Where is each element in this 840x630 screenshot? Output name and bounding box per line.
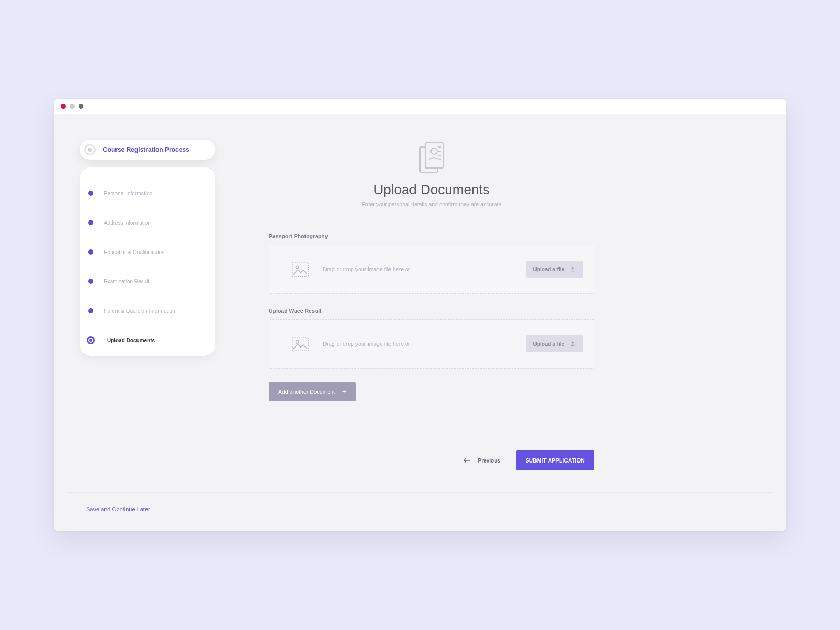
step-personal-information[interactable]: Personal Information [86, 178, 206, 208]
svg-point-8 [296, 266, 299, 269]
window-dot-zoom[interactable] [79, 104, 83, 109]
save-continue-later-link[interactable]: Save and Continue Later [86, 506, 150, 512]
nav-row: Previous SUBMIT APPLICATION [269, 450, 594, 470]
svg-point-10 [296, 340, 299, 343]
upload-button-label: Upload a file [533, 267, 564, 272]
footer-divider [67, 492, 773, 493]
process-label: Course Registration Process [103, 146, 190, 153]
step-address-information[interactable]: Address information [86, 208, 206, 237]
step-bullet-icon [88, 279, 93, 284]
page-hero: Upload Documents Enter your personal det… [269, 141, 594, 218]
step-bullet-icon [88, 249, 93, 255]
step-bullet-icon [88, 191, 93, 196]
image-placeholder-icon [290, 259, 310, 279]
step-label: Upload Documents [107, 338, 155, 343]
step-label: Educational Qualifications [104, 249, 164, 255]
process-pill: Course Registration Process [80, 140, 215, 160]
svg-rect-7 [292, 262, 308, 277]
step-label: Examination Result [104, 279, 149, 285]
upload-icon [570, 341, 576, 347]
dropzone-hint: Drag or drop your image file here or [323, 266, 513, 272]
app-window: Course Registration Process Personal Inf… [54, 99, 786, 531]
svg-rect-9 [292, 337, 308, 351]
upload-label-passport: Passport Photography [269, 233, 594, 239]
page-subtitle: Enter your personal details and confirm … [269, 201, 594, 207]
process-ring-icon [84, 144, 96, 155]
submit-application-button[interactable]: SUBMIT APPLICATION [516, 450, 594, 470]
previous-button[interactable]: Previous [464, 458, 500, 464]
arrow-left-icon [464, 458, 471, 463]
step-upload-documents[interactable]: Upload Documents [86, 326, 206, 355]
upload-label-waec: Upload Waec Result [269, 308, 594, 314]
previous-label: Previous [478, 458, 500, 464]
image-placeholder-icon [290, 334, 310, 354]
add-document-button[interactable]: Add another Document + [269, 382, 356, 401]
hero-divider [269, 218, 594, 218]
page-title: Upload Documents [269, 182, 594, 198]
step-bullet-icon [88, 308, 93, 313]
upload-button-label: Upload a file [533, 341, 564, 347]
window-titlebar [54, 99, 786, 114]
step-examination-result[interactable]: Examination Result [86, 267, 206, 296]
step-label: Address information [104, 220, 151, 226]
window-dot-close[interactable] [61, 104, 66, 109]
step-label: Personal Information [104, 191, 152, 196]
upload-file-button[interactable]: Upload a file [526, 261, 583, 278]
step-label: Parent & Guardian Information [104, 308, 175, 314]
workspace: Course Registration Process Personal Inf… [54, 114, 786, 531]
dropzone-passport[interactable]: Drag or drop your image file here or Upl… [269, 245, 594, 294]
step-bullet-icon [88, 220, 93, 225]
window-dot-minimize[interactable] [70, 104, 75, 109]
stepper: Personal Information Address information… [80, 167, 215, 356]
step-bullet-active-icon [87, 336, 95, 344]
add-document-label: Add another Document [278, 388, 335, 395]
upload-icon [570, 266, 576, 272]
dropzone-waec[interactable]: Drag or drop your image file here or Upl… [269, 319, 594, 369]
step-educational-qualifications[interactable]: Educational Qualifications [86, 237, 206, 267]
upload-file-button[interactable]: Upload a file [526, 335, 583, 352]
dropzone-hint: Drag or drop your image file here or [323, 341, 513, 347]
step-parent-guardian-information[interactable]: Parent & Guardian Information [86, 296, 206, 326]
documents-hero-icon [416, 141, 447, 177]
main-content: Upload Documents Enter your personal det… [269, 141, 594, 401]
